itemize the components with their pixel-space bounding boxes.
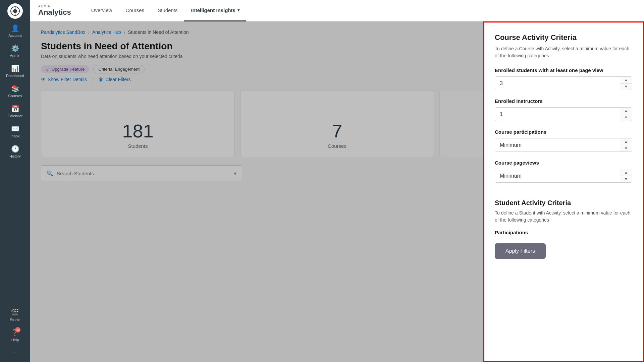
field-participations: Course participations ▲ ▼ (495, 129, 632, 152)
spinner-instructors-arrows: ▲ ▼ (620, 108, 632, 121)
inbox-icon: ✉️ (11, 125, 19, 133)
nav-dropdown-arrow: ▾ (237, 8, 239, 12)
brand: ADMIN Analytics (38, 4, 71, 17)
sidebar-label-admin: Admin (10, 54, 20, 58)
nav-students[interactable]: Students (151, 0, 184, 21)
field-participations-label: Course participations (495, 129, 632, 135)
svg-point-1 (13, 9, 17, 13)
spinner-participations-down[interactable]: ▼ (620, 145, 632, 152)
spinner-page-views-arrows: ▲ ▼ (620, 77, 632, 90)
spinner-course-pageviews-arrows: ▲ ▼ (620, 169, 632, 182)
brand-admin: ADMIN (38, 4, 71, 8)
spinner-instructors-down[interactable]: ▼ (620, 114, 632, 121)
student-criteria-desc: To define a Student with Activity, selec… (495, 209, 632, 224)
course-criteria-title: Course Activity Criteria (495, 33, 632, 42)
sidebar-item-studio[interactable]: 🎬 Studio (8, 305, 22, 325)
sidebar-label-inbox: Inbox (11, 134, 20, 138)
spinner-page-views: ▲ ▼ (495, 76, 632, 90)
spinner-instructors: ▲ ▼ (495, 107, 632, 121)
sidebar-item-calendar[interactable]: 📅 Calendar (0, 101, 30, 121)
sidebar-label-account: Account (8, 34, 22, 38)
spinner-participations-up[interactable]: ▲ (620, 138, 632, 145)
sidebar-item-help[interactable]: ❓10 Help (8, 325, 22, 345)
spinner-instructors-up[interactable]: ▲ (620, 108, 632, 114)
sidebar-item-account[interactable]: 👤 Account (0, 21, 30, 41)
collapse-icon: ← (13, 350, 17, 354)
nav-intelligent-insights-label: Intelligent Insights (191, 7, 235, 13)
spinner-course-pageviews-input[interactable] (495, 170, 620, 182)
sidebar-label-calendar: Calendar (8, 114, 23, 118)
field-page-views-label: Enrolled students with at least one page… (495, 67, 632, 73)
spinner-page-views-input[interactable] (495, 77, 620, 90)
nav-intelligent-insights[interactable]: Intelligent Insights ▾ (184, 0, 246, 21)
admin-icon: ⚙️ (11, 44, 19, 52)
field-page-views: Enrolled students with at least one page… (495, 67, 632, 90)
sidebar-label-courses: Courses (8, 94, 22, 98)
sidebar-item-admin[interactable]: ⚙️ Admin (0, 41, 30, 61)
sidebar-item-dashboard[interactable]: 📊 Dashboard (0, 61, 30, 81)
sidebar-item-inbox[interactable]: ✉️ Inbox (0, 121, 30, 141)
student-criteria-title: Student Activity Criteria (495, 199, 632, 207)
apply-filters-button[interactable]: Apply Filters (495, 243, 546, 259)
dashboard-icon: 📊 (11, 64, 19, 72)
app-logo[interactable] (7, 3, 23, 19)
sidebar-item-courses[interactable]: 📚 Courses (0, 81, 30, 101)
studio-icon: 🎬 (11, 308, 19, 316)
nav-courses[interactable]: Courses (119, 0, 151, 21)
main-area: ADMIN Analytics Overview Courses Student… (30, 0, 644, 362)
spinner-page-views-up[interactable]: ▲ (620, 77, 632, 83)
sidebar-item-history[interactable]: 🕐 History (0, 141, 30, 162)
account-icon: 👤 (11, 24, 19, 32)
history-icon: 🕐 (11, 145, 19, 153)
topnav: ADMIN Analytics Overview Courses Student… (30, 0, 644, 21)
spinner-course-pageviews-down[interactable]: ▼ (620, 176, 632, 182)
course-criteria-desc: To define a Course with Activity, select… (495, 45, 632, 59)
section-divider (495, 191, 632, 191)
spinner-course-pageviews: ▲ ▼ (495, 169, 632, 183)
spinner-course-pageviews-up[interactable]: ▲ (620, 169, 632, 176)
calendar-icon: 📅 (11, 105, 19, 113)
field-instructors: Enrolled Instructors ▲ ▼ (495, 98, 632, 121)
sidebar-label-studio: Studio (10, 318, 20, 322)
spinner-instructors-input[interactable] (495, 108, 620, 121)
courses-icon: 📚 (11, 84, 19, 93)
sidebar-label-help: Help (11, 338, 19, 342)
field-course-pageviews-label: Course pageviews (495, 160, 632, 166)
brand-name: Analytics (38, 8, 71, 17)
help-badge-count: 10 (15, 327, 20, 333)
spinner-participations: ▲ ▼ (495, 138, 632, 152)
help-icon: ❓10 (11, 328, 19, 337)
topnav-links: Overview Courses Students Intelligent In… (85, 0, 636, 21)
participations-label: Participations (495, 230, 632, 235)
collapse-button[interactable]: ← (8, 345, 22, 359)
page-content: Pandalytics SandBox › Analytics Hub › St… (30, 21, 644, 362)
panel-footer: Apply Filters (495, 243, 632, 259)
spinner-page-views-down[interactable]: ▼ (620, 83, 632, 90)
nav-overview[interactable]: Overview (85, 0, 119, 21)
sidebar: 👤 Account ⚙️ Admin 📊 Dashboard 📚 Courses… (0, 0, 30, 362)
field-course-pageviews: Course pageviews ▲ ▼ (495, 160, 632, 183)
spinner-participations-input[interactable] (495, 139, 620, 152)
criteria-panel: Course Activity Criteria To define a Cou… (483, 21, 644, 362)
field-instructors-label: Enrolled Instructors (495, 98, 632, 104)
spinner-participations-arrows: ▲ ▼ (620, 138, 632, 152)
sidebar-label-dashboard: Dashboard (6, 74, 24, 78)
sidebar-label-history: History (9, 154, 21, 158)
